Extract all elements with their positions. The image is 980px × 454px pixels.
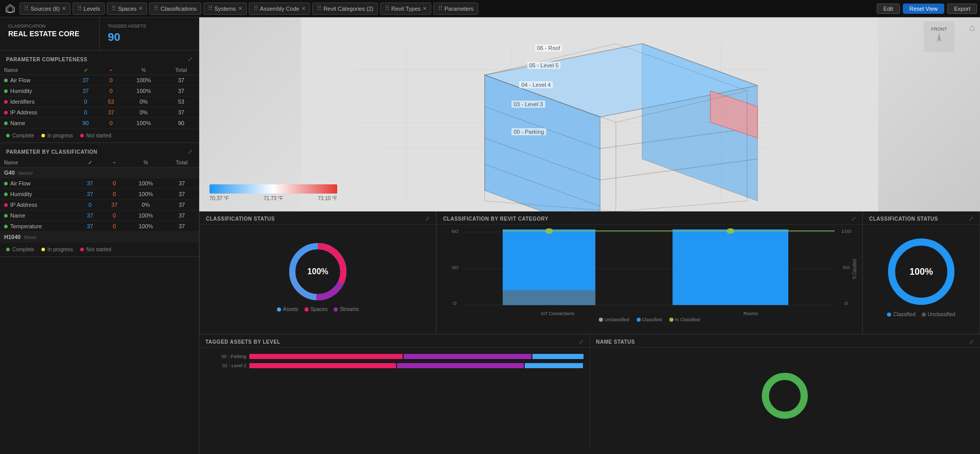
classification-status-right-expand[interactable]: ⤢ bbox=[969, 216, 973, 222]
3d-viewer[interactable]: 06 - Roof 05 - Level 5 04 - Level 4 03 -… bbox=[199, 17, 980, 211]
name-status-title: NAME STATUS bbox=[596, 339, 635, 345]
compass: FRONT bbox=[924, 21, 954, 52]
expand-icon[interactable]: ⤢ bbox=[188, 56, 193, 63]
app-logo[interactable] bbox=[3, 2, 17, 16]
tab-parameters[interactable]: ⠿ Parameters bbox=[433, 3, 478, 15]
lower-panels: TAGGED ASSETS BY LEVEL ⤢ 00 - Parking bbox=[199, 334, 980, 449]
param-total: 37 bbox=[164, 86, 199, 97]
tab-revit-categories[interactable]: ⠿ Revit Categories (2) bbox=[312, 3, 378, 15]
param-name: Name bbox=[0, 118, 73, 129]
col-total2: Total bbox=[165, 158, 199, 168]
col-total: Total bbox=[164, 66, 199, 75]
param-name2: Name bbox=[0, 210, 78, 221]
tab-sources[interactable]: ⠿ Sources (8) ✕ bbox=[19, 3, 71, 15]
col-name2: Name bbox=[0, 158, 78, 168]
param-completeness-title: PARAMETER COMPLETENESS bbox=[6, 57, 87, 62]
classification-status-right-header: CLASSIFICATION STATUS ⤢ bbox=[863, 211, 979, 225]
tab-dots5: ⠿ bbox=[208, 5, 213, 12]
tab-dots7: ⠿ bbox=[317, 5, 321, 12]
classification-summary: CLASSIFICATION REAL ESTATE CORE bbox=[0, 17, 100, 50]
topbar: ⠿ Sources (8) ✕ ⠿ Levels ⠿ Spaces ✕ ⠿ Cl… bbox=[0, 0, 980, 17]
unclassified-dot2 bbox=[922, 313, 926, 317]
tagged-assets-level-content: 00 - Parking 02 - Level 2 bbox=[199, 348, 590, 444]
tab-spaces-close[interactable]: ✕ bbox=[138, 6, 143, 11]
table-row: Name 90 0 100% 90 bbox=[0, 118, 199, 129]
tab-systems-close[interactable]: ✕ bbox=[238, 6, 242, 11]
param-minus2: 0 bbox=[102, 178, 127, 189]
name-status-expand[interactable]: ⤢ bbox=[969, 339, 974, 345]
param-check2: 0 bbox=[78, 200, 102, 210]
param-check: 37 bbox=[73, 75, 99, 86]
param-pct: 100% bbox=[124, 118, 164, 129]
param-name: IP Address bbox=[0, 107, 73, 118]
legend-classified-label: Classified bbox=[893, 312, 915, 317]
param-pct2: 100% bbox=[127, 221, 165, 232]
param-classification-section: PARAMETER BY CLASSIFICATION ⤢ Name ✓ − %… bbox=[0, 143, 199, 257]
legend-notstarted2: Not started bbox=[80, 247, 111, 252]
param-check2: 37 bbox=[78, 221, 102, 232]
param-total2: 37 bbox=[165, 200, 199, 210]
donut-right-legend: Classified Unclassified bbox=[887, 312, 955, 317]
classification-status-title: CLASSIFICATION STATUS bbox=[206, 216, 275, 222]
tab-dots2: ⠿ bbox=[77, 5, 82, 12]
level-bar-level2-label: 02 - Level 2 bbox=[205, 363, 246, 368]
table-row: Temperature 37 0 100% 37 bbox=[0, 221, 199, 232]
svg-text:0: 0 bbox=[453, 301, 457, 306]
param-pct: 100% bbox=[124, 86, 164, 97]
bar-level2-3 bbox=[525, 363, 584, 368]
col-pct2: % bbox=[127, 158, 165, 168]
param-pct2: 100% bbox=[127, 178, 165, 189]
svg-text:FRONT: FRONT bbox=[931, 27, 947, 32]
export-button[interactable]: Export bbox=[947, 4, 977, 14]
tab-assembly-label: Assembly Code bbox=[260, 6, 299, 12]
legend-notstarted: Not started bbox=[80, 133, 111, 138]
tab-systems[interactable]: ⠿ Systems ✕ bbox=[203, 3, 247, 15]
tab-levels[interactable]: ⠿ Levels bbox=[73, 3, 105, 15]
tagged-assets-level-header: TAGGED ASSETS BY LEVEL ⤢ bbox=[199, 334, 590, 348]
param-classification-legend: Complete In progress Not started bbox=[0, 243, 199, 256]
tab-classifications[interactable]: ⠿ Classifications bbox=[149, 3, 201, 15]
tab-dots9: ⠿ bbox=[438, 5, 442, 12]
param-minus2: 0 bbox=[102, 189, 127, 200]
colorbar-mid: 71.73 °F bbox=[264, 196, 283, 201]
param-total: 53 bbox=[164, 97, 199, 107]
building-svg bbox=[199, 17, 980, 211]
tab-levels-label: Levels bbox=[84, 6, 100, 12]
param-completeness-legend: Complete In progress Not started bbox=[0, 129, 199, 142]
x-label-iot: IoT Connections bbox=[541, 311, 574, 316]
bottom-panels: CLASSIFICATION STATUS ⤢ bbox=[199, 211, 980, 334]
legend-assets-dot bbox=[277, 307, 281, 312]
tab-sources-close[interactable]: ✕ bbox=[62, 6, 66, 11]
col-name: Name bbox=[0, 66, 73, 75]
edit-button[interactable]: Edit bbox=[877, 4, 900, 14]
legend-assets-label: Assets bbox=[283, 306, 298, 312]
classified-dot2 bbox=[887, 313, 891, 317]
colorbar-max: 73.10 °F bbox=[318, 196, 337, 201]
main-layout: CLASSIFICATION REAL ESTATE CORE TAGGED A… bbox=[0, 17, 980, 454]
reset-view-button[interactable]: Reset View bbox=[903, 4, 944, 14]
tab-classifications-label: Classifications bbox=[160, 6, 196, 12]
tab-revit-types[interactable]: ⠿ Revit Types ✕ bbox=[380, 3, 431, 15]
bar-level2-2 bbox=[397, 363, 524, 368]
param-total2: 37 bbox=[165, 189, 199, 200]
param-check2: 37 bbox=[78, 189, 102, 200]
viewer-home-icon[interactable]: ⌂ bbox=[969, 22, 975, 33]
param-classification-table: Name ✓ − % Total G40 Sensor Air Flow 37 … bbox=[0, 158, 199, 243]
expand-icon2[interactable]: ⤢ bbox=[188, 148, 193, 155]
tab-assembly-close[interactable]: ✕ bbox=[301, 6, 306, 11]
classification-donut-container: 100% Assets Spaces Streams bbox=[200, 225, 436, 328]
tab-dots4: ⠿ bbox=[154, 5, 158, 12]
svg-text:100: 100 bbox=[841, 229, 851, 234]
bar-chart-xlabels: IoT Connections Rooms bbox=[441, 311, 858, 316]
tab-systems-label: Systems bbox=[215, 6, 236, 12]
param-check2: 37 bbox=[78, 178, 102, 189]
tagged-assets-level-expand[interactable]: ⤢ bbox=[579, 339, 584, 345]
tab-spaces-label: Spaces bbox=[118, 6, 137, 12]
param-total2: 37 bbox=[165, 178, 199, 189]
tab-spaces[interactable]: ⠿ Spaces ✕ bbox=[107, 3, 148, 15]
tab-assembly-code[interactable]: ⠿ Assembly Code ✕ bbox=[249, 3, 310, 15]
tab-revit-types-close[interactable]: ✕ bbox=[423, 6, 427, 11]
classification-by-revit-expand[interactable]: ⤢ bbox=[851, 216, 856, 222]
bar-parking-1 bbox=[249, 354, 403, 359]
classification-status-expand[interactable]: ⤢ bbox=[425, 216, 430, 222]
